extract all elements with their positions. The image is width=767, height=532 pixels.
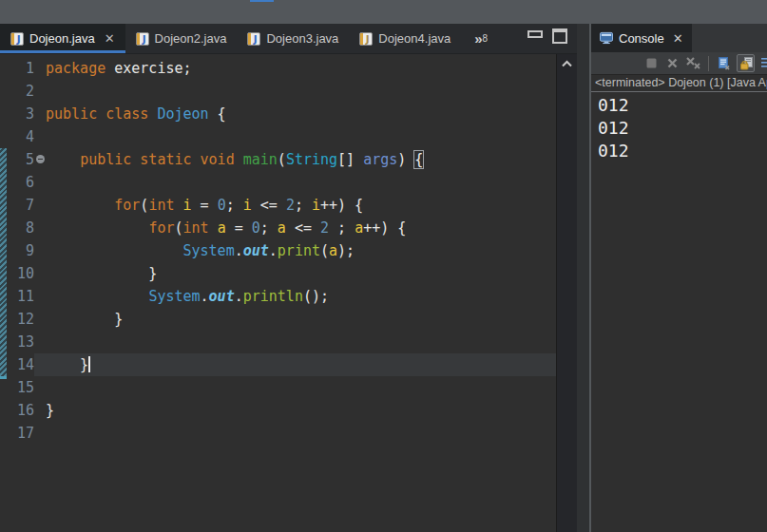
code-line[interactable]: 12 }	[0, 308, 557, 331]
code-line[interactable]: 10 }	[0, 262, 557, 285]
line-number[interactable]: 14	[0, 353, 34, 376]
code-line[interactable]: 13	[0, 331, 557, 353]
code-token	[46, 197, 114, 214]
fold-collapse-icon[interactable]	[36, 155, 45, 163]
code-token: print	[278, 242, 320, 259]
console-tabbar: Console ✕	[591, 24, 767, 52]
editor-vertical-scrollbar[interactable]	[556, 54, 577, 532]
console-output-line: 012	[598, 140, 767, 162]
code-token: }	[46, 356, 88, 373]
line-number[interactable]: 4	[0, 125, 34, 148]
pane-sash[interactable]	[577, 24, 591, 532]
line-number[interactable]: 3	[0, 103, 34, 125]
code-text: public class Dojeon {	[46, 103, 557, 125]
tab-dojeon2-java[interactable]: JDojeon2.java	[125, 24, 238, 53]
java-file-icon: J	[359, 32, 373, 46]
code-line[interactable]: 6	[0, 171, 557, 194]
code-line[interactable]: 9 System.out.print(a);	[0, 239, 557, 262]
line-number[interactable]: 16	[0, 399, 34, 422]
tab-overflow-count: 8	[483, 33, 489, 44]
code-token: a	[278, 219, 286, 237]
remove-launch-icon[interactable]	[664, 55, 681, 71]
code-line[interactable]: 16}	[0, 399, 557, 422]
line-number[interactable]: 6	[0, 171, 34, 194]
line-number[interactable]: 8	[0, 217, 34, 239]
code-token: 0	[218, 197, 226, 214]
svg-text:J: J	[16, 33, 21, 45]
code-token: .	[201, 288, 209, 305]
tab-dojeon-java[interactable]: JDojeon.java✕	[0, 24, 125, 53]
line-number[interactable]: 12	[0, 308, 34, 331]
folding-column	[34, 262, 46, 285]
code-line[interactable]: 11 System.out.println();	[0, 285, 557, 308]
console-toolbar	[591, 52, 767, 74]
console-tab-label: Console	[619, 31, 664, 46]
tab-overflow-button[interactable]: »8	[474, 24, 488, 53]
view-window-buttons	[527, 24, 577, 53]
console-output[interactable]: 012012012	[591, 92, 767, 532]
line-number[interactable]: 13	[0, 331, 34, 353]
line-number[interactable]: 10	[0, 262, 34, 285]
code-line[interactable]: 1package exercise;	[0, 57, 557, 80]
remove-all-terminated-icon[interactable]	[685, 55, 701, 71]
scroll-lock-icon[interactable]	[737, 54, 755, 72]
java-file-icon: J	[10, 32, 24, 46]
minimize-icon[interactable]	[527, 30, 543, 38]
line-number[interactable]: 11	[0, 285, 34, 308]
code-line[interactable]: 2	[0, 80, 557, 103]
terminate-icon[interactable]	[643, 55, 660, 71]
code-line[interactable]: 17	[0, 422, 557, 445]
scroll-up-icon[interactable]	[562, 60, 572, 67]
code-editor[interactable]: 1package exercise;23public class Dojeon …	[0, 54, 577, 532]
code-text: for(int a = 0; a <= 2 ; a++) {	[46, 217, 557, 239]
line-number[interactable]: 1	[0, 57, 34, 80]
code-line[interactable]: 4	[0, 125, 557, 148]
code-token: }	[46, 402, 54, 419]
code-token: ;	[260, 219, 278, 237]
code-token: a	[218, 219, 226, 237]
code-line[interactable]: 7 for(int i = 0; i <= 2; i++) {	[0, 194, 557, 217]
clear-console-icon[interactable]	[716, 55, 732, 71]
code-token: );	[337, 242, 355, 259]
close-icon[interactable]: ✕	[105, 31, 115, 46]
code-token: a	[355, 219, 363, 237]
code-line[interactable]: 5 public static void main(String[] args)…	[0, 148, 557, 171]
code-token: String	[286, 151, 337, 168]
maximize-icon[interactable]	[552, 28, 567, 44]
line-number[interactable]: 15	[0, 376, 34, 399]
code-token: 2	[320, 219, 329, 237]
line-number[interactable]: 17	[0, 422, 34, 445]
tab-console[interactable]: Console ✕	[591, 24, 692, 52]
code-token: i	[312, 197, 320, 214]
code-token: int	[183, 219, 209, 237]
close-icon[interactable]: ✕	[673, 31, 683, 46]
code-token: ;	[226, 197, 243, 214]
code-text	[46, 376, 557, 399]
code-line[interactable]: 15	[0, 376, 557, 399]
code-token: i	[183, 197, 192, 214]
code-line[interactable]: 3public class Dojeon {	[0, 103, 557, 125]
code-line[interactable]: 8 for(int a = 0; a <= 2 ; a++) {	[0, 217, 557, 239]
code-line[interactable]: 14 }	[0, 353, 557, 376]
tab-dojeon4-java[interactable]: JDojeon4.java	[349, 24, 461, 53]
line-number[interactable]: 9	[0, 239, 34, 262]
tab-label: Dojeon3.java	[266, 31, 338, 46]
code-token: ;	[295, 197, 312, 214]
word-wrap-icon[interactable]	[759, 55, 767, 71]
code-token	[46, 151, 80, 168]
folding-column	[34, 148, 46, 171]
tab-dojeon3-java[interactable]: JDojeon3.java	[237, 24, 349, 53]
code-token: =	[192, 197, 218, 214]
folding-column	[34, 422, 46, 445]
folding-column	[34, 285, 46, 308]
code-token: =	[226, 219, 252, 237]
line-number[interactable]: 5	[0, 148, 34, 171]
code-token	[46, 288, 148, 305]
line-number[interactable]: 2	[0, 80, 34, 103]
editor-pane: JDojeon.java✕ JDojeon2.java JDojeon3.jav…	[0, 24, 577, 532]
code-token: []	[337, 151, 363, 168]
console-pane: Console ✕ <terminated> Dojeon (1) [Java …	[591, 24, 767, 532]
code-token: .	[235, 288, 243, 305]
toolbar-accent	[250, 0, 274, 2]
line-number[interactable]: 7	[0, 194, 34, 217]
